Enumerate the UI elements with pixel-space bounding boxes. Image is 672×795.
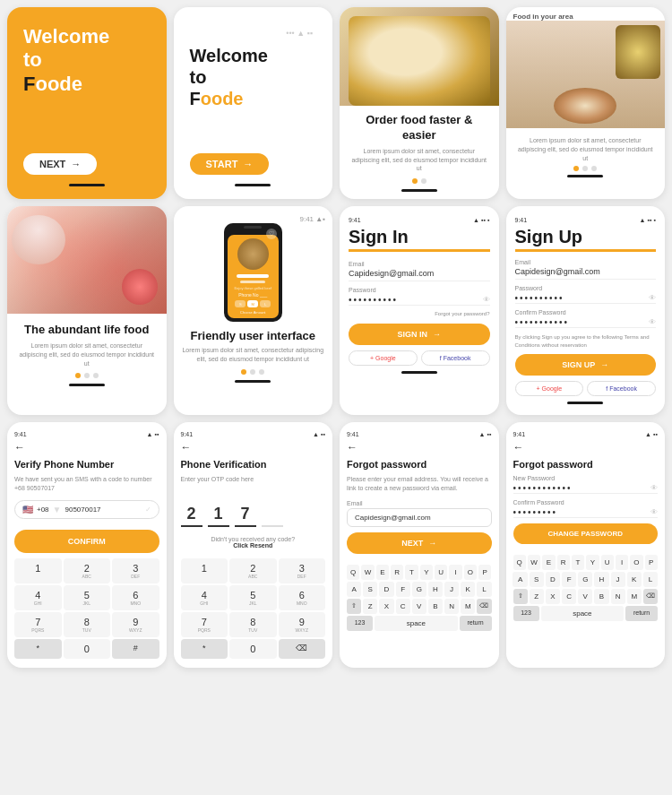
key-star[interactable]: *: [14, 639, 62, 659]
key-8[interactable]: 8TUV: [229, 612, 277, 637]
forgot-email-input[interactable]: Capidesign@gmail.com: [347, 508, 492, 527]
key-e[interactable]: E: [376, 565, 389, 580]
key-5[interactable]: 5JKL: [64, 585, 111, 610]
otp-digit-3[interactable]: 7: [235, 500, 256, 527]
key-2[interactable]: 2ABC: [64, 558, 111, 583]
key-a[interactable]: A: [347, 582, 361, 597]
facebook-signup-button[interactable]: f Facebook: [587, 381, 656, 396]
key-3[interactable]: 3DEF: [112, 558, 159, 583]
otp-digit-4[interactable]: [262, 500, 283, 527]
key-j[interactable]: J: [444, 582, 459, 597]
google-signup-button[interactable]: + Google: [515, 381, 584, 396]
key-f[interactable]: F: [396, 582, 410, 597]
abundant-food-card: The abundant life food Lorem ipsum dolor…: [7, 206, 167, 415]
eye-icon: 👁: [649, 318, 656, 326]
back-button[interactable]: ←: [347, 441, 492, 454]
shift-key[interactable]: ⇧: [347, 599, 361, 614]
key-n[interactable]: N: [444, 599, 459, 614]
confirm-new-password-field[interactable]: ••••••••• 👁: [513, 507, 659, 518]
google-signin-button[interactable]: + Google: [349, 350, 418, 366]
friendly-ui-card: 9:41 ▲▪ ♡ Enjoy these grilled beef Phone…: [174, 206, 333, 415]
back-button[interactable]: ←: [513, 441, 659, 454]
change-password-card: 9:41 ▲▪▪ ← Forgot password New Password …: [506, 422, 666, 668]
key-6[interactable]: 6MNO: [279, 585, 326, 610]
space-key[interactable]: space: [375, 616, 457, 631]
key-m[interactable]: M: [461, 599, 475, 614]
key-star[interactable]: *: [181, 639, 228, 659]
facebook-signin-button[interactable]: f Facebook: [421, 350, 490, 366]
backspace-key[interactable]: ⌫: [477, 599, 491, 614]
next-button[interactable]: NEXT →: [23, 153, 97, 175]
key-i[interactable]: I: [449, 565, 461, 580]
key-9[interactable]: 9WXYZ: [112, 612, 159, 637]
next-button[interactable]: NEXT →: [347, 532, 492, 554]
food-area-title-top: Food in your area: [506, 7, 666, 21]
key-l[interactable]: L: [477, 582, 491, 597]
key-3[interactable]: 3DEF: [279, 558, 326, 583]
key-6[interactable]: 6MNO: [112, 585, 159, 610]
key-7[interactable]: 7PQRS: [14, 612, 62, 637]
signup-password[interactable]: •••••••••• 👁: [515, 293, 657, 304]
key-z[interactable]: Z: [363, 599, 377, 614]
key-u[interactable]: U: [435, 565, 447, 580]
key-g[interactable]: G: [412, 582, 426, 597]
key-y[interactable]: Y: [420, 565, 433, 580]
key-p[interactable]: P: [478, 565, 491, 580]
phone-input[interactable]: 🇺🇸 +08 ▼ 905070017 ✓: [14, 500, 159, 519]
new-password-field[interactable]: •••••••••••• 👁: [513, 483, 659, 494]
key-0[interactable]: 0: [229, 639, 277, 659]
social-login-buttons: + Google f Facebook: [349, 350, 490, 366]
forgot-link[interactable]: Forgot your password?: [349, 311, 490, 316]
signin-button[interactable]: SIGN IN →: [349, 324, 490, 345]
key-b[interactable]: B: [428, 599, 443, 614]
status-bar: 9:41 ▲▪▪▪: [515, 217, 657, 223]
email-value[interactable]: Capidesign@gmail.com: [349, 269, 490, 281]
otp-digit-1[interactable]: 2: [181, 500, 202, 527]
otp-input[interactable]: 2 1 7: [181, 500, 326, 527]
key-hash[interactable]: #: [112, 639, 159, 659]
return-key[interactable]: return: [625, 606, 658, 621]
key-1[interactable]: 1: [181, 558, 228, 583]
key-2[interactable]: 2ABC: [229, 558, 277, 583]
backspace-key[interactable]: ⌫: [643, 589, 658, 604]
key-q[interactable]: Q: [347, 565, 359, 580]
order-food-card: Order food faster & easier Lorem ipsum d…: [340, 7, 499, 199]
key-9[interactable]: 9WXYZ: [279, 612, 326, 637]
key-0[interactable]: 0: [64, 639, 111, 659]
password-field[interactable]: •••••••••• 👁: [349, 295, 490, 306]
signup-email[interactable]: Capidesign@gmail.com: [515, 267, 657, 280]
return-key[interactable]: return: [460, 616, 492, 631]
key-8[interactable]: 8TUV: [64, 612, 111, 637]
key-t[interactable]: T: [405, 565, 418, 580]
key-r[interactable]: R: [391, 565, 403, 580]
key-k[interactable]: K: [461, 582, 475, 597]
key-d[interactable]: D: [379, 582, 393, 597]
key-4[interactable]: 4GHI: [181, 585, 228, 610]
key-s[interactable]: S: [363, 582, 377, 597]
start-button[interactable]: START →: [190, 153, 270, 175]
numbers-key[interactable]: 123: [347, 616, 373, 631]
key-7[interactable]: 7PQRS: [181, 612, 228, 637]
key-o[interactable]: O: [464, 565, 477, 580]
key-5[interactable]: 5JKL: [229, 585, 277, 610]
back-button[interactable]: ←: [181, 441, 326, 454]
otp-digit-2[interactable]: 1: [208, 500, 229, 527]
shift-key[interactable]: ⇧: [513, 589, 528, 604]
key-1[interactable]: 1: [14, 558, 62, 583]
signup-button[interactable]: SIGN UP →: [515, 354, 657, 376]
key-c[interactable]: C: [396, 599, 410, 614]
change-password-button[interactable]: CHANGE PASSWORD: [513, 523, 659, 544]
key-x[interactable]: X: [379, 599, 393, 614]
confirm-password[interactable]: ••••••••••• 👁: [515, 317, 657, 328]
key-h[interactable]: H: [428, 582, 443, 597]
confirm-button[interactable]: CONFIRM: [14, 530, 159, 553]
key-4[interactable]: 4GHI: [14, 585, 62, 610]
space-key[interactable]: space: [541, 606, 624, 621]
numbers-key[interactable]: 123: [513, 606, 539, 621]
verify-desc: We have sent you an SMS with a code to n…: [14, 475, 159, 493]
key-w[interactable]: W: [361, 565, 374, 580]
back-button[interactable]: ←: [14, 441, 159, 454]
change-pass-title: Forgot password: [513, 459, 659, 470]
key-backspace[interactable]: ⌫: [279, 639, 326, 659]
key-v[interactable]: V: [412, 599, 426, 614]
